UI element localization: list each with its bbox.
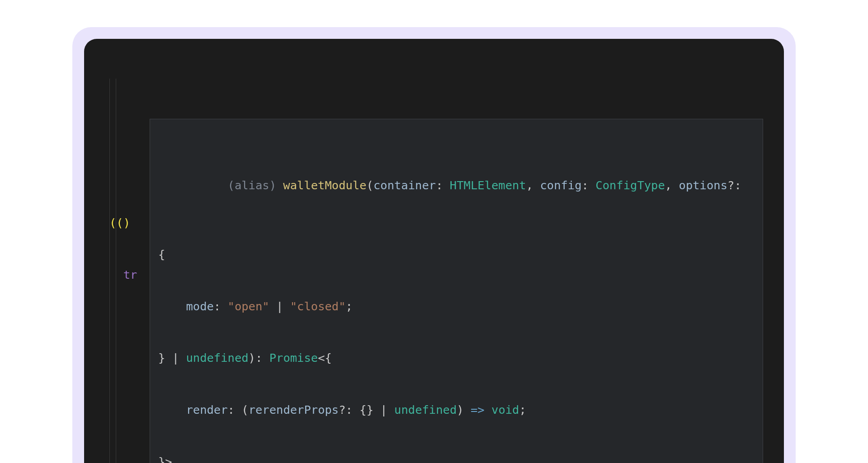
- hover-fn-name: walletModule: [283, 178, 366, 192]
- intellisense-hover: (alias) walletModule(container: HTMLElem…: [150, 119, 763, 463]
- code-area: (alias) walletModule(container: HTMLElem…: [107, 128, 769, 463]
- code-editor[interactable]: (alias) walletModule(container: HTMLElem…: [84, 39, 784, 463]
- hover-alias-label: (alias): [228, 178, 283, 192]
- code-card: (alias) walletModule(container: HTMLElem…: [72, 27, 796, 463]
